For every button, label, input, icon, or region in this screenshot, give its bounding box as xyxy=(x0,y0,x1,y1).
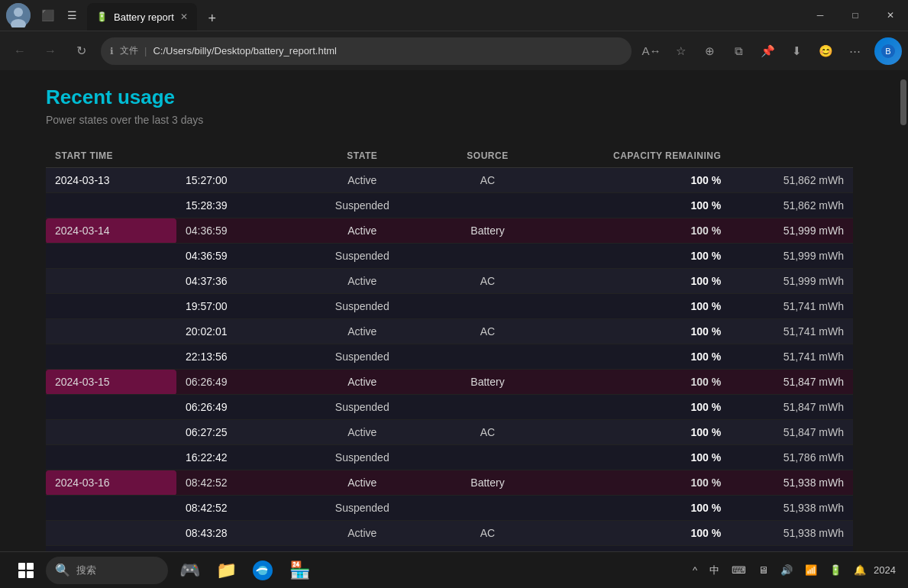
taskbar-app-store[interactable]: 🎮 xyxy=(174,555,205,586)
downloads-btn[interactable]: ⬇ xyxy=(783,37,810,65)
table-header-row: START TIME STATE SOURCE CAPACITY REMAINI… xyxy=(46,144,853,168)
cell-date xyxy=(46,319,176,344)
cell-time: 04:36:59 xyxy=(176,244,283,269)
taskbar-right: ^ 中 ⌨ 🖥 🔊 📶 🔋 🔔 2024 xyxy=(688,557,896,584)
pin-btn[interactable]: 📌 xyxy=(754,37,781,65)
cell-pct: 100 % xyxy=(534,445,730,470)
cell-source xyxy=(441,344,535,370)
scrollbar-thumb[interactable] xyxy=(900,79,906,125)
cell-source: AC xyxy=(441,420,535,445)
search-icon: 🔍 xyxy=(55,563,70,577)
addressbar: ← → ↻ ℹ 文件 | C:/Users/billy/Desktop/batt… xyxy=(0,31,908,70)
taskbar-network[interactable]: 📶 xyxy=(800,557,822,584)
cell-state: Active xyxy=(283,370,441,395)
taskbar-app-edge[interactable] xyxy=(247,555,278,586)
cell-pct: 100 % xyxy=(534,244,730,269)
cell-mwh: 51,847 mWh xyxy=(730,420,853,445)
taskbar-volume[interactable]: 🔊 xyxy=(776,557,797,584)
col-capacity-mwh xyxy=(730,144,853,168)
table-row: 04:36:59Suspended100 %51,999 mWh xyxy=(46,244,853,269)
cell-state: Suspended xyxy=(283,193,441,218)
taskbar-app-files[interactable]: 📁 xyxy=(211,555,241,586)
settings-more-btn[interactable]: ⋯ xyxy=(841,37,868,65)
minimize-btn[interactable]: ─ xyxy=(803,3,838,27)
taskbar-chevron[interactable]: ^ xyxy=(688,557,702,584)
cell-mwh: 51,786 mWh xyxy=(730,445,853,470)
taskbar-display[interactable]: 🖥 xyxy=(754,557,773,584)
table-row: 20:02:01ActiveAC100 %51,741 mWh xyxy=(46,319,853,344)
taskbar-battery[interactable]: 🔋 xyxy=(825,557,846,584)
cell-pct: 100 % xyxy=(534,395,730,420)
taskbar-clock[interactable]: 2024 xyxy=(874,564,896,576)
page-content: Recent usage Power states over the last … xyxy=(0,70,899,551)
scrollbar-track[interactable] xyxy=(899,70,908,551)
cell-source xyxy=(441,445,535,470)
collections-btn[interactable]: ⊕ xyxy=(696,37,723,65)
cell-date xyxy=(46,294,176,319)
cell-pct: 100 % xyxy=(534,168,730,193)
cell-time: 14:57:03 xyxy=(176,546,283,552)
translate-btn[interactable]: A↔ xyxy=(638,37,665,65)
forward-btn[interactable]: → xyxy=(37,37,64,65)
cell-mwh: 51,741 mWh xyxy=(730,319,853,344)
start-button[interactable] xyxy=(12,557,40,584)
cell-time: 15:28:39 xyxy=(176,193,283,218)
workspace-btn[interactable]: ☰ xyxy=(60,3,84,27)
cell-mwh: 51,741 mWh xyxy=(730,344,853,370)
active-tab[interactable]: 🔋 Battery report ✕ xyxy=(87,3,197,31)
table-row: 2024-03-1315:27:00ActiveAC100 %51,862 mW… xyxy=(46,168,853,193)
cell-source: AC xyxy=(441,168,535,193)
taskbar-search[interactable]: 🔍 搜索 xyxy=(46,557,168,584)
cell-time: 08:42:52 xyxy=(176,496,283,521)
cell-pct: 100 % xyxy=(534,319,730,344)
url-bar[interactable]: ℹ 文件 | C:/Users/billy/Desktop/battery_re… xyxy=(101,37,632,65)
reload-btn[interactable]: ↻ xyxy=(67,37,95,65)
cell-source: Battery xyxy=(441,470,535,496)
cell-source: AC xyxy=(441,269,535,294)
split-view-btn[interactable]: ⧉ xyxy=(725,37,752,65)
cell-date xyxy=(46,546,176,552)
cell-mwh: 51,862 mWh xyxy=(730,193,853,218)
tab-close-btn[interactable]: ✕ xyxy=(180,11,188,22)
col-state: STATE xyxy=(283,144,441,168)
cell-state: Active xyxy=(283,168,441,193)
taskbar-input-mode[interactable]: ⌨ xyxy=(727,557,751,584)
address-right-buttons: A↔ ☆ ⊕ ⧉ 📌 ⬇ 😊 ⋯ xyxy=(638,37,868,65)
search-label: 搜索 xyxy=(76,564,96,577)
favorites-btn[interactable]: ☆ xyxy=(667,37,694,65)
cell-pct: 100 % xyxy=(534,470,730,496)
maximize-btn[interactable]: □ xyxy=(838,3,873,27)
cell-date xyxy=(46,193,176,218)
table-row: 08:42:52Suspended100 %51,938 mWh xyxy=(46,496,853,521)
copilot-btn[interactable]: B xyxy=(874,37,902,65)
cell-mwh: 51,938 mWh xyxy=(730,521,853,546)
titlebar: ⬛ ☰ 🔋 Battery report ✕ + ─ □ ✕ xyxy=(0,0,908,31)
back-btn[interactable]: ← xyxy=(6,37,34,65)
cell-date xyxy=(46,420,176,445)
cell-source: AC xyxy=(441,319,535,344)
tab-thumbnail-btn[interactable]: ⬛ xyxy=(35,3,60,27)
taskbar-app-store2[interactable]: 🏪 xyxy=(284,555,315,586)
taskbar-notification[interactable]: 🔔 xyxy=(849,557,871,584)
cell-date xyxy=(46,496,176,521)
svg-text:B: B xyxy=(885,47,890,56)
cell-date: 2024-03-15 xyxy=(46,370,176,395)
cell-state: Active xyxy=(283,470,441,496)
cell-state: Active xyxy=(283,521,441,546)
table-row: 2024-03-1506:26:49ActiveBattery100 %51,8… xyxy=(46,370,853,395)
profile-btn[interactable]: 😊 xyxy=(812,37,839,65)
cell-pct: 100 % xyxy=(534,420,730,445)
cell-pct: 100 % xyxy=(534,546,730,552)
new-tab-btn[interactable]: + xyxy=(200,6,225,31)
titlebar-actions: ⬛ ☰ xyxy=(35,3,84,27)
cell-mwh: 51,786 mWh xyxy=(730,546,853,552)
close-btn[interactable]: ✕ xyxy=(873,3,908,27)
taskbar-lang[interactable]: 中 xyxy=(705,557,724,584)
profile-avatar[interactable] xyxy=(6,3,31,27)
cell-pct: 100 % xyxy=(534,521,730,546)
cell-state: Suspended xyxy=(283,294,441,319)
table-row: 06:26:49Suspended100 %51,847 mWh xyxy=(46,395,853,420)
usage-table: START TIME STATE SOURCE CAPACITY REMAINI… xyxy=(46,144,853,551)
cell-time: 22:13:56 xyxy=(176,344,283,370)
cell-state: Active xyxy=(283,269,441,294)
